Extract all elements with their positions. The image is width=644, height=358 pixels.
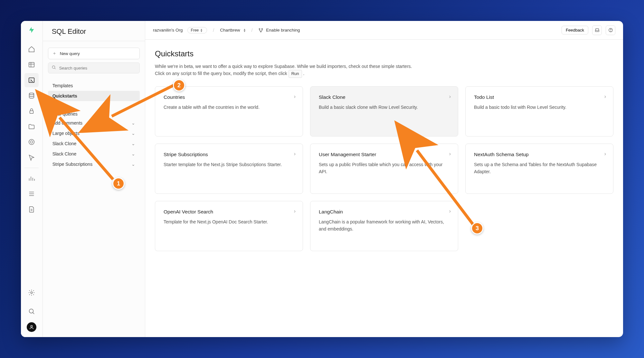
card-slack-clone[interactable]: Slack Clone Build a basic slack clone wi… <box>310 86 458 137</box>
chevron-right-icon: › <box>294 151 296 157</box>
nav-edge-functions[interactable] <box>24 135 39 149</box>
svg-point-19 <box>29 309 33 313</box>
separator: / <box>250 28 254 33</box>
new-query-button[interactable]: ＋ New query <box>48 48 140 59</box>
chevron-right-icon: › <box>294 208 296 214</box>
search-queries-field[interactable] <box>48 62 140 73</box>
svg-point-5 <box>29 93 34 95</box>
query-item[interactable]: Slack Clone⌄ <box>48 138 140 149</box>
chevron-right-icon: › <box>449 94 451 99</box>
intro-text: While we're in beta, we want to offer a … <box>155 63 477 78</box>
user-avatar[interactable] <box>27 322 36 332</box>
main-area: razvanilin's Org Free ▴▾ / Chartbrew ▴▾ … <box>145 21 623 337</box>
card-stripe[interactable]: Stripe Subscriptions Starter template fo… <box>155 144 303 194</box>
svg-point-26 <box>260 31 261 32</box>
content: Quickstarts While we're in beta, we want… <box>145 40 623 337</box>
annotation-3: 3 <box>471 222 483 234</box>
nav-reports[interactable] <box>24 171 39 185</box>
card-nextauth[interactable]: NextAuth Schema Setup Sets up a the Sche… <box>465 144 613 194</box>
chevron-down-icon: ⌄ <box>131 120 135 126</box>
chevron-down-icon: ⌄ <box>131 151 135 156</box>
icon-rail <box>21 21 43 337</box>
annotation-2: 2 <box>173 79 185 91</box>
card-langchain[interactable]: LangChain LangChain is a popular framewo… <box>310 201 458 251</box>
breadcrumb-project[interactable]: Chartbrew ▴▾ <box>220 28 245 33</box>
sidebar-quickstarts[interactable]: Quickstarts <box>48 91 140 101</box>
nav-sql-editor[interactable] <box>24 73 39 87</box>
svg-rect-6 <box>30 111 33 113</box>
plus-icon: ＋ <box>52 51 57 56</box>
nav-logs[interactable] <box>24 187 39 201</box>
svg-point-18 <box>31 292 33 294</box>
app-window: SQL Editor ＋ New query Templates Quickst… <box>21 21 623 337</box>
enable-branching[interactable]: Enable branching <box>258 28 300 33</box>
chevron-right-icon: › <box>604 151 606 157</box>
svg-rect-0 <box>29 62 34 67</box>
card-user-mgmt[interactable]: User Management Starter Sets up a public… <box>310 144 458 194</box>
search-icon <box>52 65 56 71</box>
svg-line-23 <box>54 68 55 69</box>
card-openai[interactable]: OpenAI Vector Search Template for the Ne… <box>155 201 303 251</box>
svg-point-28 <box>611 31 611 31</box>
run-chip: Run <box>289 70 302 78</box>
supabase-logo[interactable] <box>26 25 37 35</box>
sidebar-templates[interactable]: Templates <box>48 80 140 91</box>
nav-database[interactable] <box>24 89 39 103</box>
nav-realtime[interactable] <box>24 150 39 165</box>
help-icon[interactable] <box>606 25 615 35</box>
query-item[interactable]: Stripe Subscriptions⌄ <box>48 159 140 169</box>
nav-home[interactable] <box>24 42 39 56</box>
new-query-label: New query <box>60 51 80 56</box>
annotation-1: 1 <box>112 177 125 190</box>
inbox-icon[interactable] <box>592 25 602 35</box>
updown-icon: ▴▾ <box>201 28 202 32</box>
card-countries[interactable]: Countries Create a table with all the co… <box>155 86 303 137</box>
query-item[interactable]: Slack Clone⌄ <box>48 149 140 159</box>
your-queries-label: Your queries <box>48 108 140 118</box>
chevron-down-icon: ⌄ <box>131 131 135 136</box>
svg-point-21 <box>31 325 33 327</box>
query-item[interactable]: Large objects⌄ <box>48 128 140 138</box>
chevron-down-icon: ⌄ <box>131 141 135 146</box>
topbar: razvanilin's Org Free ▴▾ / Chartbrew ▴▾ … <box>145 21 623 40</box>
chevron-right-icon: › <box>294 94 296 99</box>
svg-line-20 <box>33 313 34 314</box>
rail-divider <box>24 168 39 168</box>
svg-point-8 <box>31 141 33 143</box>
chevron-right-icon: › <box>449 151 451 157</box>
nav-table-editor[interactable] <box>24 58 39 72</box>
search-input[interactable] <box>59 66 136 71</box>
chevron-right-icon: › <box>604 94 606 99</box>
nav-api-docs[interactable] <box>24 202 39 216</box>
nav-auth[interactable] <box>24 104 39 118</box>
svg-point-24 <box>259 28 260 29</box>
nav-settings[interactable] <box>24 286 39 300</box>
card-todo-list[interactable]: Todo List Build a basic todo list with R… <box>465 86 613 137</box>
branch-icon <box>258 28 263 33</box>
nav-search[interactable] <box>24 304 39 318</box>
svg-point-25 <box>262 28 263 29</box>
page-title: Quickstarts <box>155 49 613 58</box>
sidebar-panel: SQL Editor ＋ New query Templates Quickst… <box>43 21 145 337</box>
nav-storage[interactable] <box>24 119 39 134</box>
plan-badge[interactable]: Free ▴▾ <box>187 27 207 33</box>
feedback-button[interactable]: Feedback <box>562 26 588 34</box>
sidebar-title: SQL Editor <box>43 21 145 41</box>
chevron-down-icon: ⌄ <box>131 162 135 167</box>
quickstart-grid: Countries Create a table with all the co… <box>155 86 613 251</box>
breadcrumb-org[interactable]: razvanilin's Org <box>153 28 183 33</box>
svg-point-7 <box>29 139 34 145</box>
svg-point-22 <box>52 66 55 68</box>
query-item[interactable]: Add comments⌄ <box>48 118 140 128</box>
separator: / <box>212 28 215 33</box>
updown-icon: ▴▾ <box>244 28 245 32</box>
chevron-right-icon: › <box>449 208 451 214</box>
